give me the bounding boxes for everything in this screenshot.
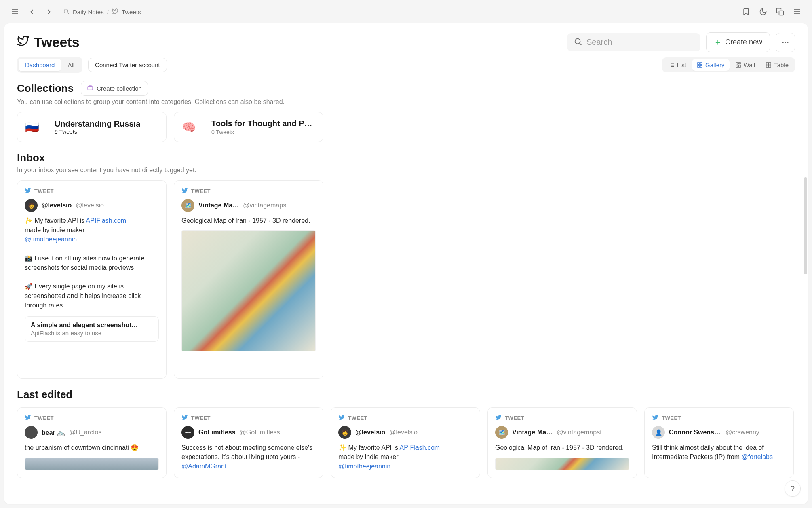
tab-all[interactable]: All xyxy=(61,59,81,71)
user-handle: @U_arctos xyxy=(69,429,101,436)
quoted-card[interactable]: A simple and elegant screenshot… ApiFlas… xyxy=(25,316,159,342)
tweet-link[interactable]: APIFlash.com xyxy=(400,444,440,451)
view-wall[interactable]: Wall xyxy=(730,59,760,71)
card-type-label: TWEET xyxy=(505,415,524,421)
twitter-icon xyxy=(112,8,118,16)
tweet-card[interactable]: TWEET 👤Connor Swenson@crswenny Still thi… xyxy=(644,407,794,478)
collection-count: 9 Tweets xyxy=(55,129,140,135)
tweet-body: ✨ My favorite API is APIFlash.com made b… xyxy=(25,216,159,310)
svg-rect-26 xyxy=(738,65,740,68)
collection-card[interactable]: 🧠 Tools for Thought and P… 0 Tweets xyxy=(174,112,323,142)
create-collection-label: Create collection xyxy=(97,85,142,92)
svg-rect-32 xyxy=(88,87,93,90)
breadcrumb-current: Tweets xyxy=(122,8,141,15)
inbox-subtitle: In your inbox you see content you have n… xyxy=(17,167,795,174)
view-list[interactable]: List xyxy=(664,59,691,71)
user-handle: @crswenny xyxy=(726,429,759,436)
quoted-sub: ApiFlash is an easy to use xyxy=(31,330,153,337)
create-collection-button[interactable]: Create collection xyxy=(81,81,148,96)
bookmark-icon[interactable] xyxy=(739,5,753,19)
tweet-card[interactable]: TWEET 🧑 @levelsio @levelsio ✨ My favorit… xyxy=(17,180,167,379)
twitter-icon xyxy=(338,414,345,422)
view-wall-label: Wall xyxy=(744,61,755,68)
tweet-image xyxy=(25,458,159,470)
svg-rect-21 xyxy=(700,63,702,64)
search-icon xyxy=(574,37,582,47)
tweet-card[interactable]: TWEET •••GoLimitless@GoLimitless Success… xyxy=(174,407,323,478)
view-gallery[interactable]: Gallery xyxy=(692,59,730,71)
card-type-label: TWEET xyxy=(191,188,211,194)
avatar: 🧑 xyxy=(25,199,38,212)
user-name: Vintage Ma… xyxy=(198,202,239,209)
tweet-body: Still think almost daily about the idea … xyxy=(652,443,786,461)
tweet-card[interactable]: TWEET bear 🚲@U_arctos the urbanism of do… xyxy=(17,407,167,478)
user-handle: @levelsio xyxy=(389,429,418,436)
connect-twitter-button[interactable]: Connect Twitter account xyxy=(88,58,167,72)
tweet-link[interactable]: @timotheejeannin xyxy=(338,463,390,470)
menu-icon[interactable] xyxy=(8,5,22,19)
user-name: @levelsio xyxy=(42,202,72,209)
view-gallery-label: Gallery xyxy=(705,61,725,68)
search-box[interactable] xyxy=(567,33,700,51)
last-edited-title: Last edited xyxy=(17,388,72,401)
forward-icon[interactable] xyxy=(42,5,56,19)
help-button[interactable]: ? xyxy=(785,480,801,497)
user-name: Vintage Ma… xyxy=(512,429,553,436)
search-input[interactable] xyxy=(586,38,694,47)
view-list-label: List xyxy=(677,61,686,68)
more-button[interactable] xyxy=(776,33,795,52)
tweet-image xyxy=(495,458,629,470)
tweet-link[interactable]: @fortelabs xyxy=(741,453,773,460)
back-icon[interactable] xyxy=(25,5,39,19)
tweet-link[interactable]: @AdamMGrant xyxy=(181,463,226,470)
twitter-icon xyxy=(25,187,31,195)
card-type-label: TWEET xyxy=(191,415,211,421)
tweet-image xyxy=(181,230,316,351)
tweet-card[interactable]: TWEET 🗺️Vintage Ma…@vintagemapst… Geolog… xyxy=(487,407,637,478)
tweet-link[interactable]: @timotheejeannin xyxy=(25,236,77,243)
tweet-card[interactable]: TWEET 🗺️ Vintage Ma… @vintagemapst… Geol… xyxy=(174,180,323,379)
tweet-card[interactable]: TWEET 🧑@levelsio@levelsio ✨ My favorite … xyxy=(331,407,480,478)
svg-line-10 xyxy=(580,43,581,45)
dark-mode-icon[interactable] xyxy=(756,5,770,19)
avatar: 👤 xyxy=(652,426,665,439)
copy-icon[interactable] xyxy=(773,5,787,19)
tweet-link[interactable]: APIFlash.com xyxy=(86,217,127,224)
user-name: @levelsio xyxy=(355,429,385,436)
twitter-icon xyxy=(181,414,188,422)
tweet-body: Success is not about meeting someone els… xyxy=(181,443,316,471)
user-handle: @vintagemapst… xyxy=(243,202,294,209)
collection-title: Understanding Russia xyxy=(55,119,140,129)
twitter-icon xyxy=(495,414,502,422)
scrollbar[interactable] xyxy=(804,177,807,274)
tweet-body: Geological Map of Iran - 1957 - 3D rende… xyxy=(181,216,316,225)
card-type-label: TWEET xyxy=(34,415,54,421)
user-name: Connor Swenson xyxy=(669,429,721,436)
collection-card[interactable]: 🇷🇺 Understanding Russia 9 Tweets xyxy=(17,112,167,142)
svg-point-12 xyxy=(785,42,786,43)
tab-dashboard[interactable]: Dashboard xyxy=(19,59,61,71)
quoted-title: A simple and elegant screenshot… xyxy=(31,322,153,329)
svg-rect-22 xyxy=(700,66,702,67)
collections-title: Collections xyxy=(17,82,74,95)
svg-point-3 xyxy=(64,9,68,13)
collection-emoji: 🇷🇺 xyxy=(17,112,47,142)
user-handle: @GoLimitless xyxy=(240,429,280,436)
tweet-body: ✨ My favorite API is APIFlash.commade by… xyxy=(338,443,472,471)
user-name: bear 🚲 xyxy=(42,429,65,436)
tweet-body: Geological Map of Iran - 1957 - 3D rende… xyxy=(495,443,629,452)
view-table-label: Table xyxy=(774,61,789,68)
options-icon[interactable] xyxy=(790,5,804,19)
breadcrumb-parent[interactable]: Daily Notes xyxy=(73,8,104,15)
breadcrumb-sep: / xyxy=(107,8,109,15)
view-table[interactable]: Table xyxy=(761,59,793,71)
svg-rect-23 xyxy=(698,66,699,67)
svg-point-9 xyxy=(575,39,580,44)
svg-rect-27 xyxy=(736,66,737,67)
search-small-icon xyxy=(63,8,70,16)
card-type-label: TWEET xyxy=(662,415,681,421)
create-new-button[interactable]: ＋ Create new xyxy=(706,32,770,52)
user-handle: @vintagemapst… xyxy=(557,429,608,436)
avatar: 🧑 xyxy=(338,426,351,439)
twitter-icon xyxy=(25,414,31,422)
